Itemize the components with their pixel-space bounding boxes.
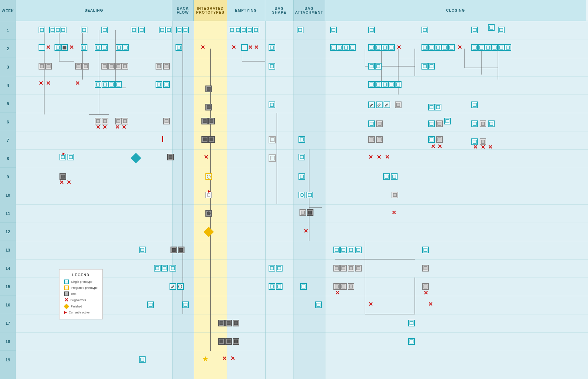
node-c14-1[interactable] [333,265,340,272]
node-e1-4[interactable] [246,27,253,33]
node-c9-1[interactable] [383,173,390,180]
x-c11[interactable]: ✕ [392,210,396,216]
x-c16-2[interactable]: ✕ [428,301,433,307]
node-c14-4[interactable] [355,265,362,272]
node-c2-7[interactable] [382,44,388,51]
node-c6-3[interactable] [428,120,435,127]
node-bf15-2[interactable] [177,283,184,290]
node-s6-1[interactable] [95,118,101,124]
node-c5-7[interactable] [471,101,478,108]
node-s4-3[interactable] [108,81,115,88]
node-c2-9[interactable] [421,44,428,51]
node-c2-18[interactable] [498,44,505,51]
x-s4-2[interactable]: ✕ [46,81,51,86]
node-c1-6[interactable] [498,27,505,33]
node-bf13-1[interactable] [171,247,177,253]
x-c7-1[interactable]: ✕ [431,144,435,149]
node-c1-3[interactable] [421,27,428,33]
node-c13-4[interactable] [355,247,362,253]
node-bf13-2[interactable] [178,247,184,253]
node-bs2[interactable] [269,44,275,51]
node-c9-2[interactable] [391,173,398,180]
node-s6-3[interactable] [115,118,122,124]
node-s1-7[interactable] [131,27,137,33]
node-c2-6[interactable] [375,44,382,51]
x-c7-4[interactable]: ✕ [481,144,485,150]
node-c1-1[interactable] [330,27,337,33]
node-int18-2[interactable] [225,338,232,345]
node-s16[interactable] [147,301,154,308]
x-c7-5[interactable]: ✕ [488,144,493,150]
node-int17-1[interactable] [218,320,225,326]
node-c3-4[interactable] [428,63,435,70]
node-c1-4[interactable] [471,27,478,33]
node-c7-1[interactable] [368,136,375,143]
node-s1-5[interactable] [81,27,87,33]
node-c2-15[interactable] [478,44,485,51]
node-s14-2[interactable] [161,265,168,272]
node-c5-1[interactable] [368,101,375,108]
node-c1-5[interactable] [488,24,495,31]
node-bf14[interactable] [170,265,176,272]
node-ba8[interactable] [298,154,305,160]
node-c2-14[interactable] [471,44,478,51]
node-c15-4[interactable] [422,283,429,290]
node-c13-2[interactable] [340,247,347,253]
x-int8[interactable]: ✕ [204,154,208,160]
node-bs15-2[interactable] [276,283,283,290]
node-c7-2[interactable] [376,136,383,143]
node-c2-3[interactable] [343,44,349,51]
node-ba7[interactable] [298,136,305,143]
x-e2-2[interactable]: ✕ [248,45,253,50]
node-c2-1[interactable] [330,44,337,51]
x-s6-1[interactable]: ✕ [96,124,100,130]
node-s1-4[interactable] [60,27,66,33]
node-ba10-2[interactable] [306,192,313,198]
node-bf8[interactable] [167,154,174,160]
x-s6-4[interactable]: ✕ [122,124,126,130]
node-ba1-1[interactable] [297,27,303,33]
node-int18-3[interactable] [233,338,239,345]
node-e2-2[interactable] [241,44,248,51]
node-e1-3[interactable] [240,27,247,33]
x-s2-2[interactable]: ✕ [69,45,74,50]
node-s3-2[interactable] [45,63,52,70]
x-s6-2[interactable]: ✕ [102,124,107,130]
node-s3-7[interactable] [115,63,122,70]
node-c5-2[interactable] [376,101,383,108]
node-int11[interactable] [205,210,212,217]
node-s6-2[interactable] [102,118,108,124]
x-c8-2[interactable]: ✕ [377,154,381,160]
x-s9-2[interactable]: ✕ [66,180,71,185]
node-c2-13[interactable] [448,44,455,51]
node-int7-1[interactable] [201,136,208,143]
node-s2-2[interactable] [55,44,61,51]
x-int19-2[interactable]: ✕ [230,356,235,361]
node-c2-17[interactable] [491,44,498,51]
x-s4-3[interactable]: ✕ [75,81,80,86]
node-ba15[interactable] [300,283,307,290]
node-s3-10[interactable] [163,63,170,70]
node-c2-11[interactable] [435,44,441,51]
node-bs8[interactable] [269,154,276,162]
node-s2-4[interactable] [81,44,87,51]
x-s9-1[interactable]: ✕ [59,180,64,185]
node-s19[interactable] [139,356,146,363]
star-int19[interactable]: ★ [202,355,209,363]
node-bf15-1[interactable] [170,283,176,290]
node-s4-6[interactable] [163,81,170,88]
node-s2-3[interactable] [61,44,68,51]
node-c14-2[interactable] [340,265,347,272]
node-c2-4[interactable] [349,44,356,51]
node-bf2-1[interactable] [176,44,182,51]
x-int2[interactable]: ✕ [200,45,205,50]
x-s6-3[interactable]: ✕ [115,124,120,130]
node-c7-3[interactable] [428,136,435,143]
node-bf16[interactable] [182,301,189,308]
node-s3-4[interactable] [82,63,89,70]
node-c17[interactable] [408,320,415,326]
node-c6-8[interactable] [488,120,495,127]
node-e1-5[interactable] [253,27,259,33]
node-int4[interactable] [205,86,212,92]
node-c2-16[interactable] [485,44,491,51]
